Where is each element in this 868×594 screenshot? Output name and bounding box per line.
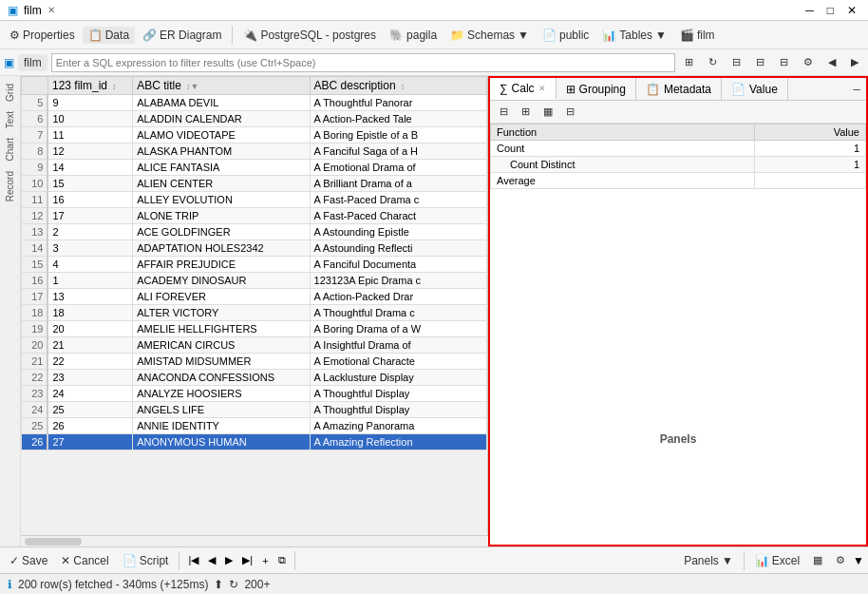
data-area: 123 film_id ↕ ABC title ↕▼ ABC descripti… xyxy=(21,76,488,546)
calc-row-count: Count 1 xyxy=(491,141,866,157)
col-title[interactable]: ABC title ↕▼ xyxy=(133,77,310,95)
schemas-chevron: ▼ xyxy=(518,29,529,42)
calc-tab[interactable]: ∑ Calc ✕ xyxy=(490,78,557,100)
grouping-tab[interactable]: ⊞ Grouping xyxy=(557,78,636,100)
cell-description: A Action-Packed Tale xyxy=(310,111,486,127)
calc-tab-close[interactable]: ✕ xyxy=(538,84,546,93)
cell-description: A Fast-Paced Drama c xyxy=(310,192,486,208)
minimize-btn[interactable]: ─ xyxy=(802,4,818,17)
data-icon: 📋 xyxy=(88,29,103,42)
panel-grid2-btn[interactable]: ⊞ xyxy=(516,104,536,120)
filter-btn[interactable]: ⊟ xyxy=(726,54,746,70)
table-container[interactable]: 123 film_id ↕ ABC title ↕▼ ABC descripti… xyxy=(21,76,488,535)
grid-btn2[interactable]: ▦ xyxy=(807,552,828,568)
metadata-tab[interactable]: 📋 Metadata xyxy=(636,78,722,100)
filter2-btn[interactable]: ⊟ xyxy=(750,54,770,70)
nav-copy-btn[interactable]: ⧉ xyxy=(274,552,290,568)
refresh-btn[interactable]: ↻ xyxy=(703,54,723,70)
nav-next-btn[interactable]: ▶ xyxy=(221,552,236,568)
table-row[interactable]: 15 4 AFFAIR PREJUDICE A Fanciful Documen… xyxy=(22,257,487,273)
nav-last-btn[interactable]: ▶| xyxy=(238,552,256,568)
cancel-btn[interactable]: ✕ Cancel xyxy=(55,552,114,569)
table-row[interactable]: 8 12 ALASKA PHANTOM A Fanciful Saga of a… xyxy=(22,144,487,160)
text-icon[interactable]: Text xyxy=(3,107,17,132)
grouping-icon: ⊞ xyxy=(566,83,576,96)
col-film_id[interactable]: 123 film_id ↕ xyxy=(47,77,132,95)
cell-film-id: 20 xyxy=(47,321,132,337)
table-row[interactable]: 12 17 ALONE TRIP A Fast-Paced Charact xyxy=(22,208,487,224)
cell-description: A Emotional Characte xyxy=(310,354,486,370)
cell-title: ALICE FANTASIA xyxy=(133,160,310,176)
film-tab-icon: ▣ xyxy=(4,56,14,69)
table-row[interactable]: 24 25 ANGELS LIFE A Thoughtful Display xyxy=(22,402,487,418)
film-icon: 🎬 xyxy=(680,29,694,42)
cell-film-id: 18 xyxy=(47,305,132,321)
table-row[interactable]: 5 9 ALABAMA DEVIL A Thoughtful Panorar xyxy=(22,95,487,111)
scroll-area[interactable] xyxy=(21,535,488,546)
er-btn[interactable]: 🔗 ER Diagram xyxy=(137,27,227,44)
table-row[interactable]: 17 13 ALI FOREVER A Action-Packed Drar xyxy=(22,289,487,305)
schemas-btn[interactable]: 📁 Schemas ▼ xyxy=(444,27,535,44)
panels-btn[interactable]: Panels ▼ xyxy=(678,552,739,569)
row-num: 19 xyxy=(22,321,48,337)
forward-btn[interactable]: ▶ xyxy=(845,54,864,70)
settings-btn2[interactable]: ⚙ xyxy=(830,552,851,568)
panel-grid-btn[interactable]: ⊟ xyxy=(494,104,514,120)
table-row[interactable]: 14 3 ADAPTATION HOLES2342 A Astounding R… xyxy=(22,240,487,257)
film-btn[interactable]: 🎬 film xyxy=(674,27,721,44)
value-tab[interactable]: 📄 Value xyxy=(722,78,788,100)
data-btn[interactable]: 📋 Data xyxy=(83,27,135,44)
table-row[interactable]: 11 16 ALLEY EVOLUTION A Fast-Paced Drama… xyxy=(22,192,487,208)
grid-icon[interactable]: Grid xyxy=(3,80,17,105)
table-row[interactable]: 18 18 ALTER VICTORY A Thoughtful Drama c xyxy=(22,305,487,321)
chart-icon[interactable]: Chart xyxy=(3,134,17,164)
maximize-btn[interactable]: □ xyxy=(823,4,838,17)
filter-input[interactable] xyxy=(51,53,675,72)
connection-btn[interactable]: 🔌 PostgreSQL - postgres xyxy=(237,27,382,44)
window-close-btn[interactable]: ✕ xyxy=(843,4,860,17)
panel-minimize-btn[interactable]: ─ xyxy=(847,78,866,100)
tables-btn[interactable]: 📊 Tables ▼ xyxy=(596,27,672,44)
table-row[interactable]: 21 22 AMISTAD MIDSUMMER A Emotional Char… xyxy=(22,354,487,370)
title-icon: ▣ xyxy=(8,4,18,17)
cell-film-id: 17 xyxy=(47,208,132,224)
panel-grid3-btn[interactable]: ▦ xyxy=(538,104,558,120)
nav-prev-btn[interactable]: ◀ xyxy=(204,552,219,568)
panel-grid4-btn[interactable]: ⊟ xyxy=(560,104,580,120)
settings-btn[interactable]: ⚙ xyxy=(798,54,819,70)
table-row[interactable]: 13 2 ACE GOLDFINGER A Astounding Epistle xyxy=(22,224,487,240)
table-row[interactable]: 19 20 AMELIE HELLFIGHTERS A Boring Drama… xyxy=(22,321,487,337)
cell-description: A Action-Packed Drar xyxy=(310,289,486,305)
db-btn[interactable]: 🐘 pagila xyxy=(384,27,443,44)
public-btn[interactable]: 📄 public xyxy=(537,27,594,44)
fit-cols-btn[interactable]: ⊞ xyxy=(679,54,699,70)
save-btn[interactable]: ✓ Save xyxy=(4,552,53,569)
table-row[interactable]: 9 14 ALICE FANTASIA A Emotional Drama of xyxy=(22,160,487,176)
film-tab-btn[interactable]: film xyxy=(18,54,47,71)
filter3-btn[interactable]: ⊟ xyxy=(774,54,794,70)
nav-add-btn[interactable]: + xyxy=(258,553,272,568)
status-rowcount: 200+ xyxy=(244,578,270,591)
excel-btn[interactable]: 📊 Excel xyxy=(749,552,805,569)
record-icon[interactable]: Record xyxy=(3,167,17,205)
col-description[interactable]: ABC description ↕ xyxy=(310,77,486,95)
script-btn[interactable]: 📄 Script xyxy=(117,552,175,569)
table-row[interactable]: 20 21 AMERICAN CIRCUS A Insightful Drama… xyxy=(22,337,487,354)
sep-bottom xyxy=(179,551,179,570)
table-row[interactable]: 10 15 ALIEN CENTER A Brilliant Drama of … xyxy=(22,176,487,192)
cell-film-id: 2 xyxy=(47,224,132,240)
title-close[interactable]: ✕ xyxy=(47,5,55,15)
cell-film-id: 15 xyxy=(47,176,132,192)
table-row[interactable]: 7 11 ALAMO VIDEOTAPE A Boring Epistle of… xyxy=(22,127,487,144)
table-row[interactable]: 22 23 ANACONDA CONFESSIONS A Lacklusture… xyxy=(22,370,487,386)
properties-btn[interactable]: ⚙ Properties xyxy=(4,27,81,44)
back-btn[interactable]: ◀ xyxy=(822,54,841,70)
table-row[interactable]: 6 10 ALADDIN CALENDAR A Action-Packed Ta… xyxy=(22,111,487,127)
nav-first-btn[interactable]: |◀ xyxy=(184,552,202,568)
table-row[interactable]: 16 1 ACADEMY DINOSAUR 123123A Epic Drama… xyxy=(22,273,487,289)
table-row[interactable]: 26 27 ANONYMOUS HUMAN A Amazing Reflecti… xyxy=(22,434,487,450)
table-row[interactable]: 25 26 ANNIE IDENTITY A Amazing Panorama xyxy=(22,418,487,434)
scrollbar-h[interactable] xyxy=(25,538,82,546)
calc-table-container[interactable]: Function Value Count 1 Count Distinct 1 xyxy=(490,124,866,335)
table-row[interactable]: 23 24 ANALYZE HOOSIERS A Thoughtful Disp… xyxy=(22,386,487,402)
